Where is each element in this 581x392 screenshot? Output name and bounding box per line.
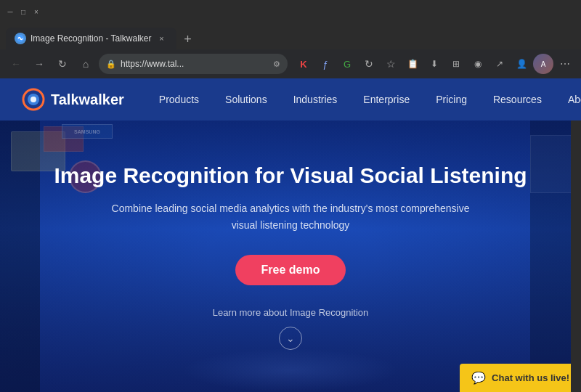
toolbar-extensions: K ƒ G ↻ ☆ 📋 ⬇ ⊞ ◉ ↗ 👤 A ⋯	[293, 54, 575, 74]
tab-close-button[interactable]: ×	[156, 33, 168, 44]
website-content: Talkwalker Products Solutions Industries…	[0, 78, 581, 392]
close-button[interactable]: ×	[32, 7, 41, 16]
ext-circle[interactable]: ◉	[468, 54, 488, 74]
back-button[interactable]: ←	[6, 54, 26, 74]
ext-refresh[interactable]: ↻	[359, 54, 379, 74]
learn-more-link[interactable]: Learn more about Image Recognition	[54, 307, 527, 318]
menu-button[interactable]: ⋯	[555, 54, 575, 74]
nav-products[interactable]: Products	[146, 78, 212, 121]
hero-content: Image Recognition for Visual Social List…	[25, 163, 556, 350]
browser-toolbar: ← → ↻ ⌂ 🔒 https://www.tal... ⚙ K ƒ G ↻ ☆…	[0, 49, 581, 78]
nav-about-us[interactable]: About Us	[555, 78, 581, 121]
ext-clipboard[interactable]: 📋	[402, 54, 423, 74]
address-bar[interactable]: 🔒 https://www.tal... ⚙	[99, 54, 288, 74]
minimize-button[interactable]: ─	[6, 7, 15, 16]
address-settings-icon: ⚙	[273, 60, 280, 69]
nav-links: Products Solutions Industries Enterprise…	[146, 78, 581, 121]
ext-share[interactable]: ↗	[489, 54, 510, 74]
new-tab-button[interactable]: +	[178, 29, 198, 49]
ext-user[interactable]: 👤	[511, 54, 532, 74]
chat-icon: 💬	[471, 371, 486, 385]
logo[interactable]: Talkwalker	[22, 88, 124, 111]
free-demo-button[interactable]: Free demo	[235, 255, 346, 285]
scroll-down-button[interactable]: ⌄	[279, 327, 302, 350]
ext-f[interactable]: ƒ	[315, 54, 336, 74]
browser-window: ─ □ × Image Recognition - Talkwalker × +…	[0, 0, 581, 392]
chat-label: Chat with us live!	[492, 372, 569, 383]
title-bar: ─ □ ×	[0, 0, 581, 23]
nav-industries[interactable]: Industries	[280, 78, 351, 121]
ext-k[interactable]: K	[293, 54, 314, 74]
ext-grid[interactable]: ⊞	[446, 54, 466, 74]
svg-point-3	[31, 97, 36, 102]
chevron-down-icon: ⌄	[286, 332, 295, 344]
lock-icon: 🔒	[106, 60, 116, 69]
nav-resources[interactable]: Resources	[480, 78, 555, 121]
scrollbar[interactable]	[571, 78, 581, 392]
site-nav: Talkwalker Products Solutions Industries…	[0, 78, 581, 121]
logo-text: Talkwalker	[51, 91, 124, 108]
tab-title: Image Recognition - Talkwalker	[31, 33, 152, 44]
tab-bar: Image Recognition - Talkwalker × +	[0, 23, 581, 49]
hero-title: Image Recognition for Visual Social List…	[54, 163, 527, 189]
hero-subtitle: Combine leading social media analytics w…	[102, 200, 479, 233]
home-button[interactable]: ⌂	[76, 54, 96, 74]
hero-section: SAMSUNG Image Recognition for Visual Soc…	[0, 121, 581, 392]
ext-star[interactable]: ☆	[381, 54, 401, 74]
profile-icon[interactable]: A	[533, 54, 553, 74]
active-tab[interactable]: Image Recognition - Talkwalker ×	[6, 28, 176, 49]
maximize-button[interactable]: □	[19, 7, 28, 16]
tab-favicon	[15, 33, 26, 44]
nav-pricing[interactable]: Pricing	[423, 78, 480, 121]
nav-solutions[interactable]: Solutions	[212, 78, 280, 121]
ext-g[interactable]: G	[337, 54, 357, 74]
nav-enterprise[interactable]: Enterprise	[350, 78, 423, 121]
ext-download[interactable]: ⬇	[424, 54, 444, 74]
refresh-button[interactable]: ↻	[52, 54, 73, 74]
window-controls: ─ □ ×	[6, 7, 41, 16]
logo-icon	[22, 88, 45, 111]
address-text: https://www.tal...	[121, 59, 269, 69]
chat-widget[interactable]: 💬 Chat with us live!	[460, 364, 581, 392]
forward-button[interactable]: →	[29, 54, 49, 74]
